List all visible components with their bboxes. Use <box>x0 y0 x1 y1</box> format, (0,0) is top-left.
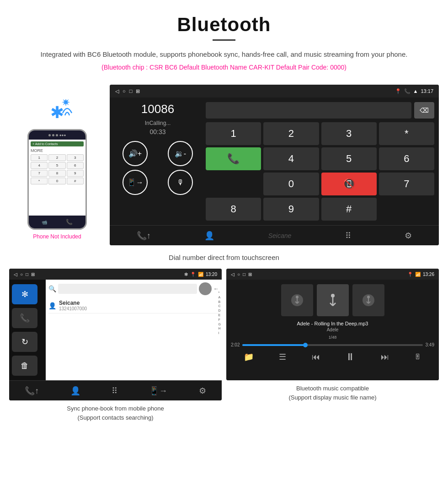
phone-screen: + Add to Contacts MORE 123 456 789 *0# <box>29 140 85 216</box>
ms-time-current: 2:02 <box>231 342 240 347</box>
phone-video-btn: 📹 <box>42 220 47 225</box>
pb-location-icon: 📍 <box>190 272 196 277</box>
transfer-button[interactable]: 📱→ <box>123 170 148 195</box>
ms-bookmark-icon: ⊞ <box>248 272 252 277</box>
key-7[interactable]: 7 <box>379 173 434 195</box>
contacts-nav-icon[interactable]: 👤 <box>204 231 214 241</box>
key-2[interactable]: 2 <box>263 122 319 145</box>
call-accept-button[interactable]: 📞 <box>206 147 261 170</box>
call-number: 10086 <box>114 102 201 116</box>
phonebook-item: ◁ ○ □ ⊞ ✻ 📍 📶 13:20 ✻ 📞 ↻ � <box>9 269 222 426</box>
page-header: Bluetooth Integrated with BC6 Bluetooth … <box>0 0 448 85</box>
ms-playlist-icon[interactable]: ☰ <box>279 352 286 362</box>
backspace-button[interactable]: ⌫ <box>414 102 434 119</box>
ms-album-current <box>317 284 349 316</box>
phone-call-btn: 📞 <box>66 219 73 225</box>
pb-sync-btn[interactable]: ↻ <box>12 332 37 352</box>
ms-controls: 📁 ☰ ⏮ ⏸ ⏭ 🎚 <box>231 351 434 363</box>
phone-container: ✱ ✷ ●●● + Add to Contacts MORE 123 <box>9 85 105 240</box>
call-end-button[interactable]: 📵 <box>321 173 377 195</box>
pb-contacts-nav-icon[interactable]: 👤 <box>70 386 80 396</box>
key-0[interactable]: 0 <box>263 173 319 195</box>
title-divider <box>213 39 235 41</box>
settings-nav-icon[interactable]: ⚙ <box>405 231 412 241</box>
pb-avatar-circle <box>199 282 212 295</box>
ms-equalizer-icon[interactable]: 🎚 <box>414 353 421 361</box>
bluetooth-icon-area: ✱ ✷ <box>50 103 64 122</box>
phone-add-contact: + Add to Contacts <box>31 141 84 146</box>
keypad-nav-icon[interactable]: ⠿ <box>345 231 351 241</box>
pb-sidebar: ✻ 📞 ↻ 🗑 <box>9 280 46 380</box>
pb-contact-name: Seicane <box>59 300 87 306</box>
back-arrow-icon: ◁ <box>115 88 119 94</box>
key-8[interactable]: 8 <box>206 198 261 221</box>
key-star[interactable]: * <box>379 122 434 145</box>
volume-up-button[interactable]: 🔊+ <box>123 141 148 166</box>
svg-text:✷: ✷ <box>61 99 70 108</box>
key-6[interactable]: 6 <box>379 147 434 170</box>
wifi-icon: ▲ <box>413 88 418 94</box>
phone-nav-icon[interactable]: 📞↑ <box>137 231 151 241</box>
ms-play-pause-button[interactable]: ⏸ <box>345 351 355 363</box>
ms-track-name: Adele - Rolling In the Deep.mp3 <box>297 321 368 326</box>
pb-phone-nav-icon[interactable]: 📞↑ <box>25 386 39 396</box>
bottom-section: ◁ ○ □ ⊞ ✻ 📍 📶 13:20 ✻ 📞 ↻ � <box>0 269 448 426</box>
svg-point-6 <box>331 294 335 297</box>
ms-progress-row: 2:02 3:49 <box>231 342 434 347</box>
ms-square-icon: □ <box>243 272 245 277</box>
clock: 13:17 <box>421 88 433 94</box>
volume-down-button[interactable]: 🔉- <box>168 141 193 166</box>
pb-search-input[interactable] <box>58 284 197 294</box>
pb-transfer-nav-icon[interactable]: 📱→ <box>149 386 167 396</box>
pb-search-icon: 🔍 <box>48 285 56 292</box>
dial-left: 10086 InCalling... 00:33 🔊+ 🔉- 📱→ 🎙 <box>114 102 201 221</box>
status-left: ◁ ○ □ ⊞ <box>115 88 140 94</box>
call-timer: 00:33 <box>114 128 201 135</box>
ms-status-bar: ◁ ○ □ ⊞ 📍 📶 13:26 <box>226 269 439 280</box>
key-4[interactable]: 4 <box>263 147 319 170</box>
pb-status-bar: ◁ ○ □ ⊞ ✻ 📍 📶 13:20 <box>9 269 222 280</box>
home-circle-icon: ○ <box>123 88 126 94</box>
pb-keypad-nav-icon[interactable]: ⠿ <box>112 386 117 396</box>
key-hash[interactable]: # <box>321 198 377 221</box>
ms-progress-bar[interactable] <box>242 344 422 346</box>
pb-contact-avatar-icon: 👤 <box>48 302 56 309</box>
bookmark-icon: ⊞ <box>136 88 140 94</box>
pb-search-row: 🔍 ← <box>48 282 219 295</box>
key-3[interactable]: 3 <box>321 122 377 145</box>
pb-contact-row[interactable]: 👤 Seicane 13241007000 <box>48 298 219 313</box>
key-5[interactable]: 5 <box>321 147 377 170</box>
pb-body: ✻ 📞 ↻ 🗑 🔍 ← 👤 Se <box>9 280 222 380</box>
pb-square-icon: □ <box>26 272 28 277</box>
wifi-waves-icon: ✷ <box>60 99 74 120</box>
pb-settings-nav-icon[interactable]: ⚙ <box>199 386 206 396</box>
pb-nav-bar: 📞↑ 👤 ⠿ 📱→ ⚙ <box>9 380 222 400</box>
ms-folder-icon[interactable]: 📁 <box>244 352 254 362</box>
music-caption: Bluetooth music compatible (Support disp… <box>226 380 439 405</box>
svg-point-11 <box>367 296 370 298</box>
pb-bluetooth-btn[interactable]: ✻ <box>12 284 37 304</box>
dial-right: ⌫ 1 2 3 * 📞 4 5 6 0 📵 7 8 9 # <box>206 102 434 221</box>
watermark: Seicane <box>268 232 292 239</box>
pb-delete-btn[interactable]: 🗑 <box>12 356 37 376</box>
svg-point-2 <box>296 296 299 298</box>
key-1[interactable]: 1 <box>206 122 261 145</box>
ms-progress-handle[interactable] <box>303 343 308 347</box>
phone-status-bar: ●●● <box>29 130 85 140</box>
page-specs: (Bluetooth chip : CSR BC6 Default Blueto… <box>27 64 421 71</box>
status-right: 📍 📞 ▲ 13:17 <box>395 88 433 94</box>
ms-prev-icon[interactable]: ⏮ <box>312 352 320 362</box>
pb-main: 🔍 ← 👤 Seicane 13241007000 * <box>46 280 222 380</box>
keypad-grid: 1 2 3 * 📞 4 5 6 0 📵 7 8 9 # <box>206 122 434 221</box>
dial-main: 10086 InCalling... 00:33 🔊+ 🔉- 📱→ 🎙 ⌫ 1 <box>110 97 439 225</box>
call-controls: 🔊+ 🔉- 📱→ 🎙 <box>114 141 201 195</box>
key-9[interactable]: 9 <box>263 198 319 221</box>
dial-input-field[interactable] <box>206 102 411 119</box>
ms-album-row <box>281 284 384 316</box>
ms-next-icon[interactable]: ⏭ <box>381 352 389 362</box>
microphone-button[interactable]: 🎙 <box>168 170 193 195</box>
phone-not-included-label: Phone Not Included <box>33 233 81 240</box>
ms-time-total: 3:49 <box>426 342 434 347</box>
pb-call-btn[interactable]: 📞 <box>12 308 37 328</box>
phone-bottom-bar: 📹 📞 <box>29 216 85 228</box>
